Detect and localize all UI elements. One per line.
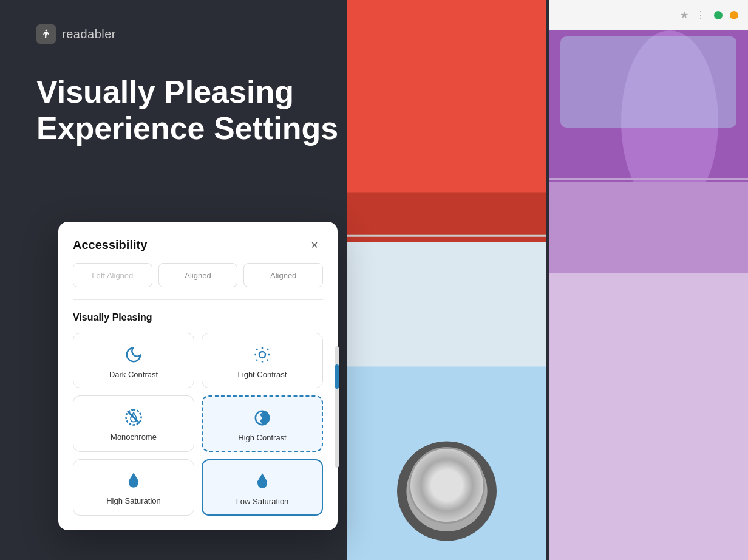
svg-line-14 <box>425 470 469 513</box>
purple-car-photo: ★ ⋮ <box>549 0 748 560</box>
svg-point-9 <box>416 460 478 522</box>
svg-rect-19 <box>549 273 748 560</box>
high-contrast-label: High Contrast <box>238 433 286 442</box>
browser-bookmark-icon: ★ <box>680 9 688 21</box>
panel-header: Accessibility × <box>73 236 323 253</box>
svg-line-26 <box>267 360 268 361</box>
browser-orange-dot <box>730 11 738 19</box>
monochrome-card[interactable]: Monochrome <box>73 395 194 452</box>
monochrome-label: Monochrome <box>110 432 157 442</box>
contrast-icon <box>253 409 271 427</box>
svg-line-25 <box>256 349 257 350</box>
center-align-label: Aligned <box>185 271 211 280</box>
svg-rect-2 <box>347 0 546 192</box>
center-align-button[interactable]: Aligned <box>158 263 238 287</box>
divider <box>73 299 323 300</box>
logo-text: readabler <box>62 27 116 41</box>
svg-point-10 <box>431 476 462 507</box>
browser-bar: ★ ⋮ <box>549 0 748 30</box>
left-align-button[interactable]: Left Aligned <box>73 263 152 287</box>
low-saturation-label: Low Saturation <box>236 497 289 506</box>
right-align-button[interactable]: Aligned <box>243 263 323 287</box>
high-contrast-card[interactable]: High Contrast <box>202 395 323 452</box>
left-align-label: Left Aligned <box>92 271 133 280</box>
svg-point-34 <box>261 420 264 422</box>
red-car-photo <box>347 0 546 560</box>
sun-icon <box>253 346 271 364</box>
scroll-track[interactable] <box>335 346 339 468</box>
svg-point-33 <box>261 414 264 416</box>
svg-point-8 <box>406 451 487 531</box>
high-saturation-icon <box>124 472 143 490</box>
close-button[interactable]: × <box>306 236 323 253</box>
photo-area: ★ ⋮ <box>347 0 748 560</box>
svg-line-13 <box>425 470 469 513</box>
high-saturation-card[interactable]: High Saturation <box>73 459 194 516</box>
logo-icon <box>36 24 56 44</box>
moon-icon <box>124 346 143 364</box>
high-saturation-label: High Saturation <box>106 496 161 505</box>
options-grid: Dark Contrast Light Contrast <box>73 333 323 516</box>
hero-title: Visually Pleasing Experience Settings <box>36 74 389 147</box>
svg-line-30 <box>267 349 268 350</box>
light-contrast-label: Light Contrast <box>238 370 287 379</box>
dark-contrast-label: Dark Contrast <box>109 370 158 379</box>
alignment-row: Left Aligned Aligned Aligned <box>73 263 323 287</box>
svg-rect-3 <box>347 242 546 366</box>
panel-title: Accessibility <box>73 238 147 252</box>
svg-point-0 <box>46 30 47 32</box>
low-saturation-icon <box>253 473 271 491</box>
light-contrast-card[interactable]: Light Contrast <box>202 333 323 388</box>
low-saturation-card[interactable]: Low Saturation <box>202 459 323 516</box>
dark-contrast-card[interactable]: Dark Contrast <box>73 333 194 388</box>
svg-rect-21 <box>560 36 736 128</box>
svg-point-22 <box>259 352 265 358</box>
svg-line-29 <box>256 360 257 361</box>
svg-rect-18 <box>549 182 748 273</box>
accessibility-panel: Accessibility × Left Aligned Aligned Ali… <box>58 222 338 530</box>
right-align-label: Aligned <box>270 271 296 280</box>
browser-green-dot <box>714 11 722 19</box>
section-title: Visually Pleasing <box>73 312 323 323</box>
monochrome-icon <box>124 408 143 426</box>
browser-menu-icon: ⋮ <box>696 9 707 21</box>
scroll-thumb <box>335 364 339 389</box>
logo-row: readabler <box>36 24 389 44</box>
red-car-visual <box>347 0 546 560</box>
